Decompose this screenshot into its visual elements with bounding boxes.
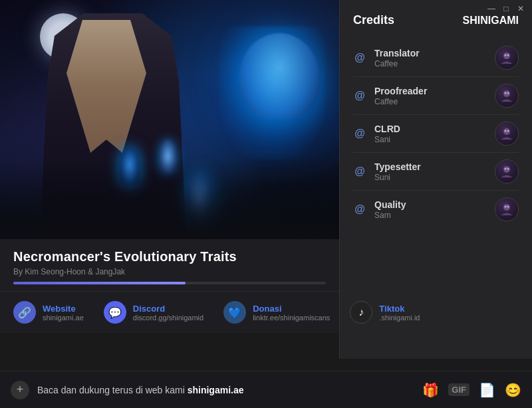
social-item-website[interactable]: 🔗 Website shinigami.ae xyxy=(13,301,84,324)
credits-list: @ Translator Caffee @ Proofreader Caffee xyxy=(353,39,519,228)
credit-role-typesetter: Typesetter xyxy=(374,161,487,172)
title-section: Necromancer's Evolutionary Traits By Kim… xyxy=(0,239,339,291)
svg-point-6 xyxy=(503,128,510,135)
add-button[interactable]: + xyxy=(11,381,29,399)
avatar-inner xyxy=(495,122,518,145)
discord-label: Discord xyxy=(133,304,203,314)
cover-gradient xyxy=(0,186,339,239)
credit-info-typesetter: Typesetter Suni xyxy=(374,161,487,182)
credit-info-clrd: CLRD Sani xyxy=(374,124,487,144)
website-label: Website xyxy=(43,304,84,314)
credit-at-symbol: @ xyxy=(353,203,366,215)
svg-point-2 xyxy=(507,54,509,56)
credit-item-typesetter: @ Typesetter Suni xyxy=(353,153,519,191)
manga-author: By Kim Seong-Hoon & JangJak xyxy=(13,267,326,276)
credit-name-clrd: Sani xyxy=(374,135,487,144)
svg-point-5 xyxy=(507,92,509,94)
social-item-donasi[interactable]: 💙 Donasi linktr.ee/shinigamiscans xyxy=(223,301,330,324)
credit-info-translator: Translator Caffee xyxy=(374,48,487,68)
credit-info-quality: Quality Sam xyxy=(374,199,487,220)
credit-at-symbol: @ xyxy=(353,165,366,177)
progress-bar-container xyxy=(13,282,326,284)
social-links: 🔗 Website shinigami.ae 💬 Discord discord… xyxy=(0,291,339,333)
credit-item-clrd: @ CLRD Sani xyxy=(353,115,519,153)
svg-point-8 xyxy=(507,130,509,132)
website-sublabel: shinigami.ae xyxy=(43,314,84,322)
svg-point-13 xyxy=(505,206,507,208)
credit-info-proofreader: Proofreader Caffee xyxy=(374,86,487,106)
progress-bar-fill xyxy=(13,282,186,284)
credit-item-proofreader: @ Proofreader Caffee xyxy=(353,77,519,115)
svg-point-11 xyxy=(507,168,509,170)
discord-icon: 💬 xyxy=(104,301,126,324)
bottom-text: Baca dan dukung terus di web kami shinig… xyxy=(37,385,414,395)
avatar-inner xyxy=(495,47,518,69)
svg-point-14 xyxy=(507,206,509,208)
donasi-text: Donasi linktr.ee/shinigamiscans xyxy=(253,304,330,322)
discord-text: Discord discord.gg/shinigamid xyxy=(133,304,203,322)
credit-name-typesetter: Suni xyxy=(374,173,487,182)
avatar-icon xyxy=(499,126,514,141)
credit-avatar-translator xyxy=(495,46,519,70)
credit-name-quality: Sam xyxy=(374,211,487,220)
svg-point-3 xyxy=(503,90,510,97)
emoji-icon[interactable]: 😊 xyxy=(505,382,521,398)
credit-at-symbol: @ xyxy=(353,128,366,140)
close-button[interactable]: ✕ xyxy=(516,4,525,13)
credit-at-symbol: @ xyxy=(353,52,366,64)
credit-item-quality: @ Quality Sam xyxy=(353,191,519,228)
credit-name-translator: Caffee xyxy=(374,59,487,68)
bottom-text-static: Baca dan dukung terus di web kami xyxy=(37,385,188,395)
title-bar: — □ ✕ xyxy=(480,0,532,17)
credit-name-proofreader: Caffee xyxy=(374,97,487,106)
credit-avatar-quality xyxy=(495,197,519,221)
credits-title: Credits xyxy=(353,13,394,27)
credit-role-quality: Quality xyxy=(374,199,487,210)
donasi-label: Donasi xyxy=(253,304,330,314)
credit-role-translator: Translator xyxy=(374,48,487,58)
tiktok-label: Tiktok xyxy=(379,304,420,314)
avatar-inner xyxy=(495,160,518,183)
avatar-icon xyxy=(499,164,514,179)
credit-avatar-typesetter xyxy=(495,159,519,183)
social-item-tiktok[interactable]: ♪ Tiktok .shinigami.id xyxy=(350,301,420,324)
website-text: Website shinigami.ae xyxy=(43,304,84,322)
left-panel: Necromancer's Evolutionary Traits By Kim… xyxy=(0,0,339,359)
avatar-inner xyxy=(495,198,518,221)
sticker-icon[interactable]: 📄 xyxy=(479,382,495,398)
gift-icon[interactable]: 🎁 xyxy=(422,382,439,398)
main-content: Necromancer's Evolutionary Traits By Kim… xyxy=(0,0,532,359)
avatar-inner xyxy=(495,84,518,107)
credit-item-translator: @ Translator Caffee xyxy=(353,39,519,77)
donasi-icon: 💙 xyxy=(223,301,246,324)
svg-point-0 xyxy=(503,52,510,59)
website-icon: 🔗 xyxy=(13,301,36,324)
bottom-actions: 🎁 GIF 📄 😊 xyxy=(422,382,521,398)
svg-point-1 xyxy=(505,54,507,56)
donasi-sublabel: linktr.ee/shinigamiscans xyxy=(253,314,330,322)
discord-sublabel: discord.gg/shinigamid xyxy=(133,314,203,322)
avatar-icon xyxy=(499,51,514,65)
manga-cover xyxy=(0,0,339,239)
tiktok-icon: ♪ xyxy=(350,301,372,324)
credit-role-clrd: CLRD xyxy=(374,124,487,134)
credit-at-symbol: @ xyxy=(353,90,366,102)
svg-point-4 xyxy=(505,92,507,94)
social-item-discord[interactable]: 💬 Discord discord.gg/shinigamid xyxy=(104,301,203,324)
avatar-icon xyxy=(499,88,514,103)
minimize-button[interactable]: — xyxy=(487,4,496,13)
gif-button[interactable]: GIF xyxy=(448,383,469,396)
avatar-icon xyxy=(499,202,514,217)
svg-point-9 xyxy=(503,166,510,173)
svg-point-12 xyxy=(503,204,510,211)
svg-point-7 xyxy=(505,130,507,132)
tiktok-text: Tiktok .shinigami.id xyxy=(379,304,420,322)
bottom-text-highlight: shinigami.ae xyxy=(188,385,244,395)
maximize-button[interactable]: □ xyxy=(501,4,511,13)
bottom-bar: + Baca dan dukung terus di web kami shin… xyxy=(0,371,532,408)
credit-avatar-clrd xyxy=(495,122,519,146)
manga-title: Necromancer's Evolutionary Traits xyxy=(13,249,326,264)
credit-role-proofreader: Proofreader xyxy=(374,86,487,96)
ghost-skull xyxy=(239,33,319,120)
credit-avatar-proofreader xyxy=(495,84,519,108)
